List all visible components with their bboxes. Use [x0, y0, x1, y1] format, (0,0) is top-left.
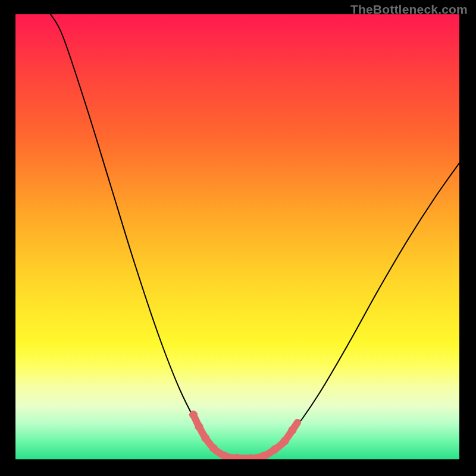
chart-frame: [15, 14, 459, 459]
chart-gradient-background: [15, 14, 459, 459]
